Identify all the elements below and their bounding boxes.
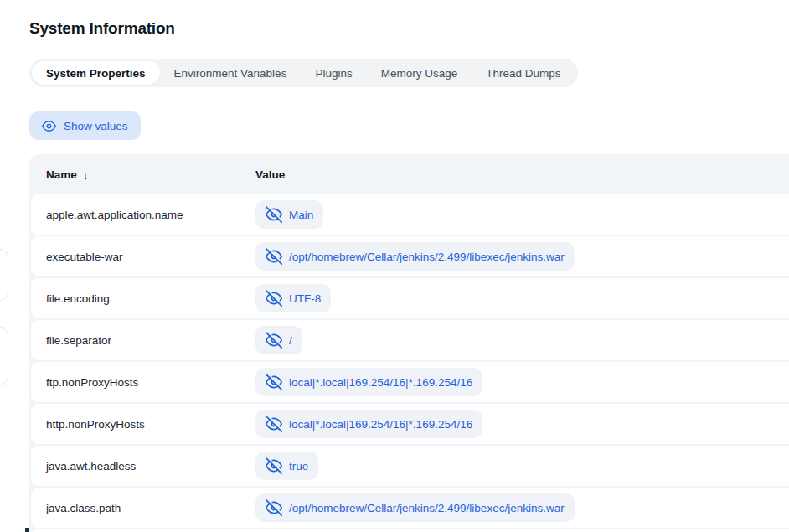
table-row: file.separator / xyxy=(31,320,789,360)
property-name: ftp.nonProxyHosts xyxy=(31,376,255,389)
hidden-value-pill[interactable]: local|*.local|169.254/16|*.169.254/16 xyxy=(255,368,482,396)
column-header-value-label: Value xyxy=(255,168,285,181)
eye-off-icon xyxy=(266,290,282,307)
eye-off-icon xyxy=(266,457,282,474)
tab-system-properties[interactable]: System Properties xyxy=(32,61,160,85)
property-value: /opt/homebrew/Cellar/jenkins/2.499/libex… xyxy=(289,251,565,263)
table-row: java.class.path /opt/homebrew/Cellar/jen… xyxy=(31,488,789,528)
table-body: apple.awt.application.name Main executab… xyxy=(31,194,789,532)
property-name: apple.awt.application.name xyxy=(31,209,255,221)
property-name: java.class.path xyxy=(31,502,255,514)
tab-environment-variables[interactable]: Environment Variables xyxy=(160,61,302,85)
property-value: / xyxy=(289,334,292,347)
eye-off-icon xyxy=(266,332,282,349)
clipped-panel-edge xyxy=(0,327,8,385)
table-row: http.nonProxyHosts local|*.local|169.254… xyxy=(31,404,789,444)
eye-off-icon xyxy=(266,499,282,516)
hidden-value-pill[interactable]: /opt/homebrew/Cellar/jenkins/2.499/libex… xyxy=(255,242,575,271)
table-row: apple.awt.application.name Main xyxy=(31,194,789,235)
clipped-panel-edge xyxy=(0,249,8,301)
tab-bar: System PropertiesEnvironment VariablesPl… xyxy=(29,59,578,87)
table-row: java.awt.headless true xyxy=(31,446,789,486)
show-values-button[interactable]: Show values xyxy=(29,111,141,140)
eye-off-icon xyxy=(266,248,282,265)
table-row: executable-war /opt/homebrew/Cellar/jenk… xyxy=(31,236,789,276)
table-header: Name ↓ Value xyxy=(31,156,789,193)
column-header-name-label: Name xyxy=(46,168,77,181)
eye-off-icon xyxy=(266,206,282,223)
property-name: http.nonProxyHosts xyxy=(31,418,255,431)
property-name: file.encoding xyxy=(31,292,255,305)
table-row: file.encoding UTF-8 xyxy=(31,278,789,318)
property-name: executable-war xyxy=(31,251,255,263)
property-value: true xyxy=(289,460,308,473)
property-value: Main xyxy=(289,209,313,221)
column-header-value[interactable]: Value xyxy=(255,168,789,181)
property-name: file.separator xyxy=(31,334,255,347)
property-value: /opt/homebrew/Cellar/jenkins/2.499/libex… xyxy=(289,502,565,514)
system-properties-table: Name ↓ Value apple.awt.application.name … xyxy=(29,154,789,532)
tab-memory-usage[interactable]: Memory Usage xyxy=(367,61,472,85)
eye-off-icon xyxy=(266,374,282,390)
property-value: local|*.local|169.254/16|*.169.254/16 xyxy=(289,418,472,431)
tab-thread-dumps[interactable]: Thread Dumps xyxy=(472,61,575,85)
column-header-name[interactable]: Name ↓ xyxy=(31,168,255,181)
hidden-value-pill[interactable]: UTF-8 xyxy=(255,284,331,312)
tab-plugins[interactable]: Plugins xyxy=(301,61,366,85)
hidden-value-pill[interactable]: true xyxy=(255,452,318,480)
sort-descending-icon: ↓ xyxy=(83,169,89,182)
eye-icon xyxy=(42,119,56,133)
property-value: local|*.local|169.254/16|*.169.254/16 xyxy=(289,376,472,389)
hidden-value-pill[interactable]: local|*.local|169.254/16|*.169.254/16 xyxy=(255,410,482,438)
table-row: ftp.nonProxyHosts local|*.local|169.254/… xyxy=(31,362,789,402)
hidden-value-pill[interactable]: /opt/homebrew/Cellar/jenkins/2.499/libex… xyxy=(255,493,575,522)
page-title: System Information xyxy=(29,19,175,38)
hidden-value-pill[interactable]: / xyxy=(255,326,302,354)
eye-off-icon xyxy=(266,416,282,432)
hidden-value-pill[interactable]: Main xyxy=(255,200,323,229)
property-name: java.awt.headless xyxy=(31,460,255,473)
show-values-label: Show values xyxy=(64,120,128,132)
property-value: UTF-8 xyxy=(289,292,321,305)
